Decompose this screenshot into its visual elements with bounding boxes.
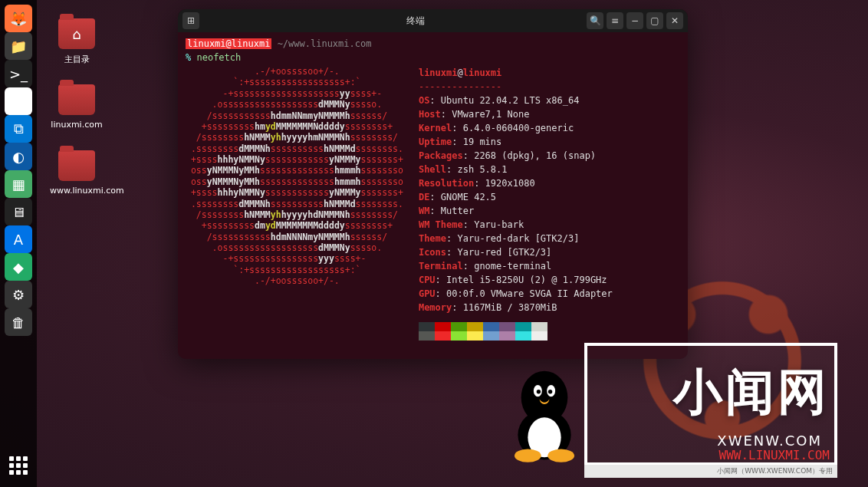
app-icon[interactable]: ◆: [5, 253, 32, 281]
terminal-window[interactable]: ⊞ 终端 🔍 ≡ − ▢ ✕ linuxmi@linuxmi ~/www.lin…: [178, 9, 688, 359]
titlebar[interactable]: ⊞ 终端 🔍 ≡ − ▢ ✕: [178, 9, 688, 32]
show-apps-button[interactable]: [5, 452, 32, 479]
chrome-icon[interactable]: ◉: [5, 87, 32, 115]
neofetch-info: linuxmi@linuxmi---------------OS: Ubuntu…: [419, 66, 613, 341]
firefox-icon[interactable]: 🦊: [5, 5, 32, 32]
terminal-body[interactable]: linuxmi@linuxmi ~/www.linuxmi.com % neof…: [178, 32, 688, 359]
svg-point-8: [547, 449, 574, 462]
desktop-folder-label: linuxmi.com: [50, 120, 104, 130]
screenshot-icon[interactable]: ▦: [5, 170, 32, 198]
search-button[interactable]: 🔍: [587, 12, 603, 29]
color-swatches: [419, 322, 549, 341]
menu-button[interactable]: ≡: [607, 12, 623, 29]
command-line: % neofetch: [186, 51, 680, 64]
desktop-folder[interactable]: linuxmi.com: [50, 84, 104, 130]
terminal-icon[interactable]: >_: [5, 60, 32, 87]
software-icon[interactable]: A: [5, 225, 32, 253]
watermark-text: 小闻网: [673, 359, 830, 426]
vscode-icon[interactable]: ⧉: [5, 115, 32, 143]
files-icon[interactable]: 📁: [5, 32, 32, 60]
desktop-folder-label: 主目录: [50, 54, 104, 65]
desktop-folder[interactable]: ⌂主目录: [50, 18, 104, 65]
watermark-sub: XWENW.COM: [717, 433, 822, 449]
neofetch-output: .-/+oossssoo+/-. `:+ssssssssssssssssss+:…: [186, 66, 680, 341]
tux-logo: [502, 364, 587, 464]
new-tab-button[interactable]: ⊞: [182, 12, 199, 29]
minimize-button[interactable]: −: [626, 12, 643, 29]
prompt-line: linuxmi@linuxmi ~/www.linuxmi.com: [186, 37, 680, 51]
monitor-icon[interactable]: 🖥: [5, 198, 32, 225]
maximize-button[interactable]: ▢: [646, 12, 663, 29]
neofetch-logo: .-/+oossssoo+/-. `:+ssssssssssssssssss+:…: [186, 66, 403, 341]
trash-icon[interactable]: 🗑: [5, 308, 32, 336]
svg-point-7: [515, 449, 541, 462]
desktop-folder[interactable]: www.linuxmi.com: [50, 150, 104, 196]
dock: 🦊📁>_◉⧉◐▦🖥A◆⚙🗑: [0, 0, 37, 487]
svg-point-6: [548, 390, 552, 393]
watermark-strip: 小闻网（WWW.XWENW.COM）专用: [584, 465, 837, 478]
desktop-folder-label: www.linuxmi.com: [50, 186, 104, 196]
watermark-url: WWW.LINUXMI.COM: [719, 448, 830, 462]
edge-icon[interactable]: ◐: [5, 143, 32, 170]
window-title: 终端: [244, 15, 587, 28]
settings-icon[interactable]: ⚙: [5, 281, 32, 308]
svg-point-5: [537, 390, 541, 393]
close-button[interactable]: ✕: [666, 12, 683, 29]
